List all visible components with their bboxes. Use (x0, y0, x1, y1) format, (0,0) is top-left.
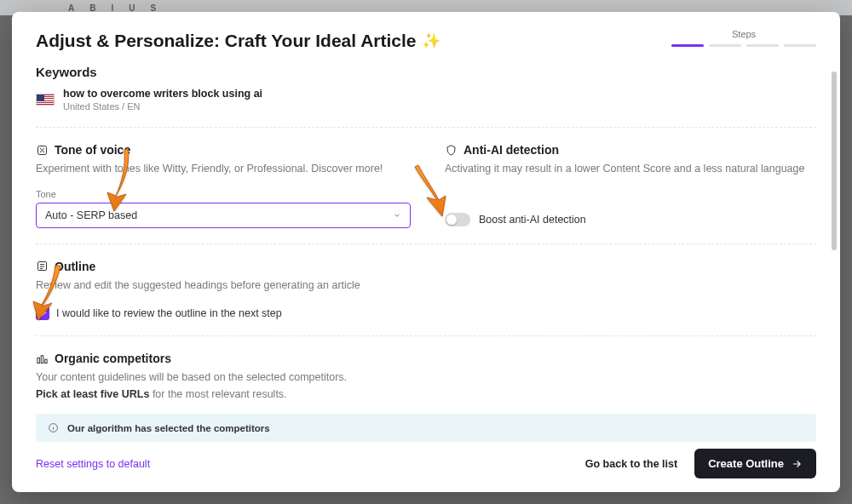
modal-title: Adjust & Personalize: Craft Your Ideal A… (36, 31, 440, 51)
anti-ai-toggle-label: Boost anti-AI detection (479, 214, 586, 226)
keyword-block: how to overcome writers block using ai U… (63, 88, 262, 112)
arrow-right-icon (791, 458, 803, 470)
scrollbar[interactable] (832, 72, 837, 250)
steps-indicator: Steps (671, 29, 816, 47)
step-bar-2 (709, 44, 741, 47)
reset-settings-link[interactable]: Reset settings to default (36, 458, 150, 470)
svg-rect-2 (37, 358, 40, 363)
divider (36, 243, 816, 244)
modal-footer: Reset settings to default Go back to the… (36, 449, 816, 478)
step-bar-1 (671, 44, 704, 47)
divider (36, 127, 816, 128)
competitors-icon (36, 352, 49, 365)
outline-icon (36, 260, 49, 272)
divider (36, 335, 816, 336)
anti-ai-toggle[interactable] (445, 213, 470, 226)
competitors-desc-2-rest: for the most relevant results. (149, 388, 286, 400)
tone-section: Tone of voice Experiment with tones like… (36, 143, 411, 228)
outline-heading: Outline (55, 260, 95, 273)
steps-label: Steps (732, 29, 756, 39)
competitors-desc-2: Pick at least five URLs for the most rel… (36, 387, 816, 403)
tone-field-label: Tone (36, 189, 411, 199)
svg-rect-4 (45, 359, 48, 363)
create-outline-button[interactable]: Create Outline (694, 449, 816, 478)
tone-icon (36, 144, 49, 157)
keywords-heading: Keywords (36, 65, 816, 79)
chevron-down-icon (393, 211, 401, 220)
competitors-desc-2-bold: Pick at least five URLs (36, 388, 149, 400)
article-settings-modal: Adjust & Personalize: Craft Your Ideal A… (12, 12, 840, 492)
competitors-section: Organic competitors Your content guideli… (36, 352, 816, 442)
title-text: Adjust & Personalize: Craft Your Ideal A… (36, 31, 417, 51)
modal-header: Adjust & Personalize: Craft Your Ideal A… (36, 31, 816, 51)
tone-desc: Experiment with tones like Witty, Friend… (36, 162, 411, 177)
competitors-desc-1: Your content guidelines will be based on… (36, 370, 816, 386)
outline-section: Outline Review and edit the suggested he… (36, 260, 816, 321)
step-bar-3 (746, 44, 779, 47)
outline-checkbox-label: I would like to review the outline in th… (56, 307, 282, 319)
keyword-text: how to overcome writers block using ai (63, 88, 262, 100)
cta-label: Create Outline (708, 457, 784, 470)
step-bar-4 (784, 44, 816, 47)
tone-selected-value: Auto - SERP based (45, 209, 137, 221)
anti-ai-desc: Activating it may result in a lower Cont… (445, 162, 816, 177)
competitors-heading: Organic competitors (55, 352, 171, 365)
anti-ai-heading: Anti-AI detection (463, 143, 559, 157)
outline-review-checkbox[interactable] (36, 306, 49, 320)
us-flag-icon (36, 94, 55, 106)
sparkle-icon: ✨ (422, 32, 440, 50)
go-back-link[interactable]: Go back to the list (585, 458, 677, 470)
outline-desc: Review and edit the suggested headings b… (36, 278, 816, 294)
tone-heading: Tone of voice (55, 143, 130, 157)
svg-rect-3 (41, 355, 43, 363)
info-icon (48, 422, 59, 433)
steps-bars (671, 44, 816, 47)
keyword-locale: United States / EN (63, 101, 262, 112)
anti-ai-section: Anti-AI detection Activating it may resu… (445, 143, 816, 228)
shield-icon (445, 144, 458, 157)
competitors-banner-text: Our algorithm has selected the competito… (67, 423, 270, 433)
competitors-info-banner: Our algorithm has selected the competito… (36, 414, 816, 442)
keyword-row: how to overcome writers block using ai U… (36, 88, 816, 112)
tone-select[interactable]: Auto - SERP based (36, 203, 411, 228)
